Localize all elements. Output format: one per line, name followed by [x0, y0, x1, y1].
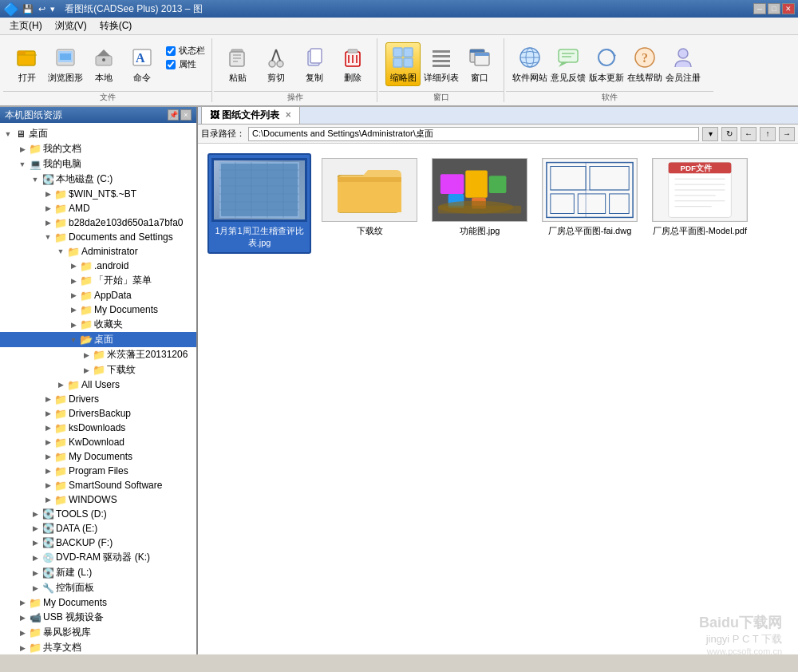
- expand-icon[interactable]: ▶: [80, 349, 93, 362]
- expand-icon[interactable]: ▼: [16, 158, 29, 171]
- tree-item-ddrive[interactable]: ▶ 💽 TOOLS (D:): [0, 507, 196, 521]
- tree-item-desktop[interactable]: ▼ 🖥 桌面: [0, 126, 196, 141]
- expand-icon[interactable]: ▶: [41, 407, 54, 420]
- cut-button[interactable]: 剪切: [259, 42, 294, 86]
- menu-browse[interactable]: 浏览(V): [49, 18, 93, 34]
- feedback-button[interactable]: 意见反馈: [551, 42, 586, 86]
- tree-item-desktop2[interactable]: ▼ 📂 桌面: [0, 332, 196, 347]
- tree-item-edrive[interactable]: ▶ 💽 DATA (E:): [0, 521, 196, 536]
- expand-icon[interactable]: ▶: [54, 378, 67, 391]
- tree-item-mydocs2[interactable]: ▶ 📁 My Documents: [0, 302, 196, 317]
- expand-icon[interactable]: ▶: [41, 450, 54, 463]
- tree-item-controlpanel[interactable]: ▶ 🔧 控制面板: [0, 580, 196, 595]
- menu-convert[interactable]: 转换(C): [93, 18, 139, 34]
- update-button[interactable]: 版本更新: [589, 42, 624, 86]
- expand-icon[interactable]: ▶: [41, 202, 54, 215]
- expand-icon[interactable]: ▶: [41, 464, 54, 477]
- expand-icon[interactable]: ▶: [16, 611, 29, 624]
- expand-icon[interactable]: ▶: [41, 436, 54, 449]
- expand-icon[interactable]: ▶: [16, 642, 29, 654]
- expand-icon[interactable]: ▶: [16, 627, 29, 639]
- expand-icon[interactable]: ▶: [80, 364, 93, 377]
- tree-item-downloads[interactable]: ▶ 📁 下载纹: [0, 362, 196, 378]
- expand-icon[interactable]: ▼: [29, 173, 41, 186]
- tree-item-wints[interactable]: ▶ 📁 $WIN_NT$.~BT: [0, 187, 196, 201]
- website-button[interactable]: 软件网站: [512, 42, 547, 86]
- expand-icon[interactable]: ▶: [29, 567, 41, 579]
- dropdown-icon[interactable]: ▾: [50, 4, 55, 14]
- tree-item-android[interactable]: ▶ 📁 .android: [0, 259, 196, 273]
- tree-item-admin[interactable]: ▼ 📁 Administrator: [0, 244, 196, 259]
- expand-icon[interactable]: ▼: [2, 128, 14, 140]
- tree-item-drivers[interactable]: ▶ 📁 Drivers: [0, 392, 196, 406]
- expand-icon[interactable]: ▶: [16, 143, 29, 156]
- menu-home[interactable]: 主页(H): [3, 18, 49, 34]
- detail-button[interactable]: 详细列表: [424, 42, 459, 86]
- path-dropdown-button[interactable]: ▾: [702, 127, 718, 141]
- command-button[interactable]: A 命令: [124, 42, 160, 86]
- panel-pin-button[interactable]: 📌: [168, 109, 179, 121]
- tree-item-driversbackup[interactable]: ▶ 📁 DriversBackup: [0, 406, 196, 421]
- register-button[interactable]: 会员注册: [666, 42, 701, 86]
- expand-icon[interactable]: ▶: [67, 259, 80, 272]
- tree-item-mydocs[interactable]: ▶ 📁 我的文档: [0, 141, 196, 156]
- expand-icon[interactable]: ▼: [54, 245, 67, 258]
- open-button[interactable]: 打开: [10, 42, 45, 86]
- expand-icon[interactable]: ▶: [29, 551, 41, 564]
- tree-item-cdrive[interactable]: ▼ 💽 本地磁盘 (C:): [0, 172, 196, 187]
- tree-item-smartsound[interactable]: ▶ 📁 SmartSound Software: [0, 478, 196, 492]
- file-list-tab[interactable]: 🖼 图纸文件列表 ×: [201, 106, 300, 124]
- tree-item-ksdownloads[interactable]: ▶ 📁 ksDownloads: [0, 421, 196, 435]
- path-refresh-button[interactable]: ↻: [721, 127, 737, 141]
- properties-checkbox[interactable]: 属性: [166, 58, 205, 70]
- path-back-button[interactable]: ←: [741, 127, 757, 141]
- file-item-5[interactable]: PDF文件 厂房总平面图-Model.pdf: [648, 153, 752, 254]
- tree-item-mizhuwang[interactable]: ▶ 📁 米茨藩王20131206: [0, 347, 196, 362]
- tree-item-mydocuments[interactable]: ▶ 📁 My Documents: [0, 449, 196, 464]
- tree-item-mypc[interactable]: ▼ 💻 我的电脑: [0, 156, 196, 172]
- tree-item-programfiles[interactable]: ▶ 📁 Program Files: [0, 464, 196, 478]
- path-forward-button[interactable]: →: [779, 127, 795, 141]
- local-button[interactable]: 本地: [86, 42, 121, 86]
- file-item-4[interactable]: 厂房总平面图-fai.dwg: [538, 153, 642, 254]
- tree-item-baofeng[interactable]: ▶ 📁 暴风影视库: [0, 625, 196, 640]
- path-up-button[interactable]: ↑: [760, 127, 776, 141]
- expand-icon[interactable]: ▶: [41, 493, 54, 506]
- maximize-button[interactable]: □: [768, 3, 780, 14]
- expand-icon[interactable]: ▶: [16, 596, 29, 609]
- tab-close-button[interactable]: ×: [286, 109, 291, 121]
- undo-icon[interactable]: ↩: [38, 4, 45, 14]
- statusbar-checkbox[interactable]: 状态栏: [166, 45, 205, 57]
- file-item-3[interactable]: 功能图.jpg: [428, 153, 531, 254]
- tree-item-appdata[interactable]: ▶ 📁 AppData: [0, 288, 196, 302]
- file-item-2[interactable]: 下载纹: [318, 153, 421, 254]
- path-input[interactable]: [248, 127, 699, 141]
- expand-icon[interactable]: ▶: [41, 216, 54, 229]
- browse-button[interactable]: 浏览图形: [48, 42, 83, 86]
- window-button[interactable]: 窗口: [462, 42, 497, 86]
- tree-item-kdrive[interactable]: ▶ 💿 DVD-RAM 驱动器 (K:): [0, 550, 196, 565]
- tree-item-startmenu[interactable]: ▶ 📁 「开始」菜单: [0, 273, 196, 288]
- expand-icon[interactable]: ▼: [41, 231, 54, 243]
- tree-item-kwdownload[interactable]: ▶ 📁 KwDownload: [0, 435, 196, 449]
- close-button[interactable]: ✕: [782, 3, 795, 14]
- paste-button[interactable]: 粘贴: [220, 42, 255, 86]
- tree-item-usbdevices[interactable]: ▶ 📹 USB 视频设备: [0, 610, 196, 625]
- expand-icon[interactable]: ▶: [41, 479, 54, 492]
- tree-item-windows[interactable]: ▶ 📁 WINDOWS: [0, 492, 196, 507]
- delete-button[interactable]: 删除: [335, 42, 370, 86]
- expand-icon[interactable]: ▶: [41, 188, 54, 200]
- tree-item-favorites[interactable]: ▶ 📁 收藏夹: [0, 317, 196, 332]
- expand-icon[interactable]: ▼: [67, 334, 80, 346]
- tree-item-docsets[interactable]: ▼ 📁 Documents and Settings: [0, 230, 196, 244]
- expand-icon[interactable]: ▶: [67, 275, 80, 287]
- expand-icon[interactable]: ▶: [29, 522, 41, 535]
- tree-item-allusers[interactable]: ▶ 📁 All Users: [0, 378, 196, 392]
- copy-button[interactable]: 复制: [297, 42, 332, 86]
- expand-icon[interactable]: ▶: [41, 393, 54, 405]
- panel-close-button[interactable]: ×: [180, 109, 192, 121]
- thumbnail-button[interactable]: 缩略图: [385, 42, 421, 86]
- tree-item-fdrive[interactable]: ▶ 💽 BACKUP (F:): [0, 536, 196, 550]
- expand-icon[interactable]: ▶: [67, 318, 80, 331]
- tree-item-b28d[interactable]: ▶ 📁 b28da2e103d650a1a7bfa0: [0, 215, 196, 230]
